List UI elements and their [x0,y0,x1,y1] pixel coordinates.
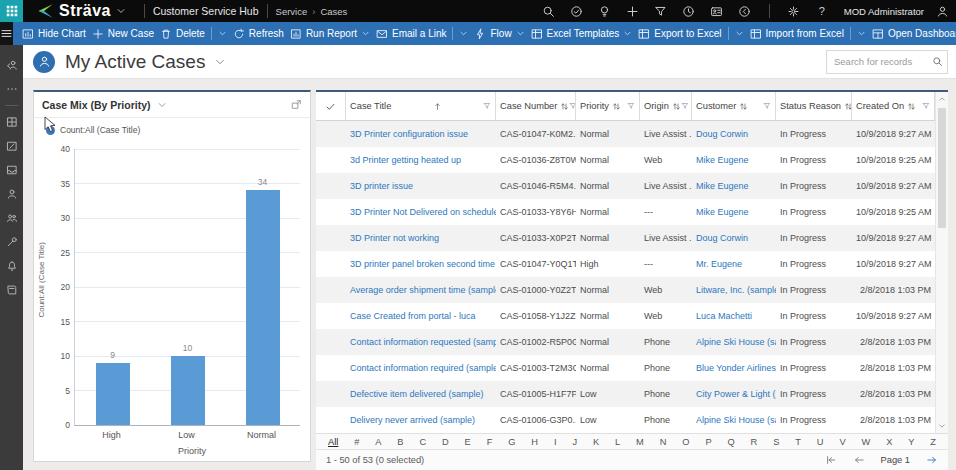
jump-letter-d[interactable]: D [442,437,449,447]
jump-letter-r[interactable]: R [751,437,758,447]
jump-letter-l[interactable]: L [615,437,620,447]
case-title-link[interactable]: 3D Printer not working [346,233,496,243]
chevron-down-icon[interactable] [857,29,866,38]
column-header-customer[interactable]: Customer [692,92,776,120]
customer-link[interactable]: Blue Yonder Airlines (sa [692,363,776,373]
run-report-button[interactable]: Run Report [287,22,373,45]
case-title-link[interactable]: Case Created from portal - luca [346,311,496,321]
table-row[interactable]: Contact information requested (sample)CA… [316,329,935,355]
chevron-down-icon[interactable] [516,29,525,38]
export-to-excel-button[interactable]: Export to Excel [635,22,746,45]
sidebar-pencil-square-icon[interactable] [0,134,23,158]
customer-link[interactable]: Doug Corwin [692,129,776,139]
search-icon[interactable] [537,0,561,22]
case-title-link[interactable]: Defective item delivered (sample) [346,389,496,399]
chart-title[interactable]: Case Mix (By Priority) [42,99,151,111]
customer-link[interactable]: Alpine Ski House (samp [692,337,776,347]
breadcrumb-item-cases[interactable]: Cases [320,6,347,17]
delete-button[interactable]: Delete [157,22,230,45]
customer-link[interactable]: Mike Eugene [692,207,776,217]
hide-chart-button[interactable]: Hide Chart [19,22,89,45]
first-page-icon[interactable] [825,454,837,466]
chevron-down-icon[interactable] [218,29,227,38]
column-header-priority[interactable]: Priority [576,92,640,120]
jump-letter-t[interactable]: T [795,437,801,447]
table-row[interactable]: 3D Printer not workingCAS-01033-X0P2T3No… [316,225,935,251]
filter-icon[interactable] [569,102,576,110]
app-name[interactable]: Customer Service Hub [153,5,259,17]
case-title-link[interactable]: Contact information required (sample) [346,363,496,373]
column-header-created-on[interactable]: Created On [852,92,935,120]
column-header-case-number[interactable]: Case Number [496,92,576,120]
jump-letter-f[interactable]: F [487,437,493,447]
jump-letter-o[interactable]: O [682,437,689,447]
jump-letter-w[interactable]: W [862,437,871,447]
jump-letter-e[interactable]: E [465,437,471,447]
scrollbar-thumb[interactable] [938,108,946,228]
back-icon[interactable] [733,0,757,22]
contact-card-icon[interactable] [705,0,729,22]
jump-letter-x[interactable]: X [886,437,892,447]
jump-letter-q[interactable]: Q [727,437,734,447]
breadcrumb-item-service[interactable]: Service [276,6,308,17]
table-row[interactable]: 3D Printer configuration issueCAS-01047-… [316,121,935,147]
jump-letter-#[interactable]: # [354,437,359,447]
user-name[interactable]: MOD Administrator [844,6,924,17]
jump-letter-a[interactable]: A [375,437,381,447]
filter-icon[interactable] [483,102,491,110]
chevron-down-icon[interactable] [361,29,370,38]
view-selector-chevron-down-icon[interactable] [214,56,226,68]
filter-icon[interactable] [763,102,771,110]
email-a-link-button[interactable]: Email a Link [373,22,471,45]
column-header-origin[interactable]: Origin [640,92,692,120]
excel-templates-button[interactable]: Excel Templates [528,22,636,45]
table-row[interactable]: Contact information required (sample)CAS… [316,355,935,381]
column-header-case-title[interactable]: Case Title [346,92,496,120]
customer-link[interactable]: Luca Machetti [692,311,776,321]
plus-icon[interactable] [621,0,645,22]
jump-letter-n[interactable]: N [660,437,667,447]
customer-link[interactable]: Mike Eugene [692,181,776,191]
case-title-link[interactable]: 3D Printer configuration issue [346,129,496,139]
person-icon[interactable] [930,0,954,22]
clock-icon[interactable] [677,0,701,22]
sidebar-ellipsis-icon[interactable] [0,77,23,101]
sidebar-wrench-icon[interactable] [0,230,23,254]
jump-letter-c[interactable]: C [419,437,426,447]
sidebar-inbox-icon[interactable] [0,158,23,182]
import-from-excel-button[interactable]: Import from Excel [747,22,869,45]
chevron-down-icon[interactable] [735,29,744,38]
previous-page-icon[interactable] [853,454,865,466]
sidebar-book-icon[interactable] [0,278,23,302]
filter-icon[interactable] [649,0,673,22]
sidebar-grid-icon[interactable] [0,110,23,134]
jump-letter-b[interactable]: B [397,437,403,447]
help-icon[interactable]: ? [810,0,834,22]
scrollbar-track[interactable] [936,106,948,419]
table-row[interactable]: 3D printer issueCAS-01046-R5M4...NormalL… [316,173,935,199]
jump-letter-j[interactable]: J [572,437,577,447]
case-title-link[interactable]: Average order shipment time (sample) [346,285,496,295]
filter-icon[interactable] [681,102,689,110]
vertical-scrollbar[interactable] [935,92,948,433]
jump-letter-k[interactable]: K [593,437,599,447]
sidebar-bell-icon[interactable] [0,254,23,278]
customer-link[interactable]: Mr. Eugene [692,259,776,269]
next-page-icon[interactable] [926,454,938,466]
flow-button[interactable]: Flow [471,22,527,45]
customer-link[interactable]: Litware, Inc. (sample) [692,285,776,295]
case-title-link[interactable]: Contact information requested (sample) [346,337,496,347]
customer-link[interactable]: Doug Corwin [692,233,776,243]
lightbulb-icon[interactable] [593,0,617,22]
search-icon[interactable] [932,56,943,67]
table-row[interactable]: Defective item delivered (sample)CAS-010… [316,381,935,407]
jump-letter-i[interactable]: I [554,437,557,447]
check-circle-icon[interactable] [565,0,589,22]
jump-letter-m[interactable]: M [636,437,644,447]
jump-letter-u[interactable]: U [817,437,824,447]
case-title-link[interactable]: 3D printer issue [346,181,496,191]
refresh-button[interactable]: Refresh [230,22,287,45]
chart-selector-chevron-down-icon[interactable] [157,100,167,110]
case-title-link[interactable]: 3d Printer getting heated up [346,155,496,165]
table-row[interactable]: 3d Printer getting heated upCAS-01036-Z8… [316,147,935,173]
